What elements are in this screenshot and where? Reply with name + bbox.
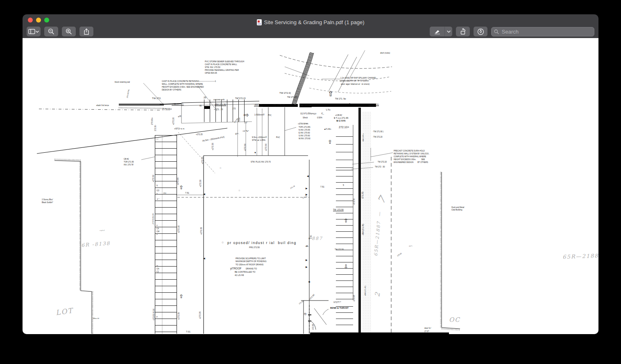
drawing-label: +272.30: [199, 180, 202, 187]
drawing-label: Hock and Metal: [451, 206, 464, 208]
minimize-button[interactable]: [36, 18, 41, 23]
drawing-label: Black Suildin*: [42, 201, 53, 203]
drawing-label: ◀: [308, 280, 310, 283]
rotate-button[interactable]: [456, 27, 470, 36]
drawing-label: ⇧: [179, 294, 184, 299]
close-button[interactable]: [28, 18, 33, 23]
drawing-label: HEIGHT EXCEEDS-0.60m. SEE ENGINEERED: [162, 86, 204, 88]
highlight-pen-button[interactable]: [430, 27, 445, 36]
search-field[interactable]: [491, 27, 594, 36]
drawing-label: PVC STORM SEWER SLEEVED THROUGH: [205, 61, 244, 63]
drawing-label: +272.25: [202, 157, 204, 164]
drawing-label: ⇨: [244, 112, 249, 118]
drawing-label: PV(: [268, 114, 271, 117]
drawing-annotations: ditch (mcks)1.2m WIDE RIP-RAP SPILLWAY C…: [23, 38, 598, 334]
drawing-label: ⇧: [328, 90, 333, 97]
drawing-label: +STM MH#h: [298, 123, 308, 125]
drawing-label: TOP1 271.8IS: [299, 126, 310, 128]
drawing-label: 272.30: [299, 301, 304, 305]
drawing-label: CB #2: [124, 158, 129, 160]
drawing-label: 88inv ifrl: [93, 318, 99, 320]
title-bar[interactable]: Site Servicing & Grading Paln.pdf (1 pag…: [23, 14, 598, 25]
drawing-label: ⇩: [344, 264, 348, 269]
drawing-label: C1: [156, 271, 159, 273]
drawing-label: +272.35: [199, 312, 202, 319]
drawing-label: PRECAST CONCRETE DURA-HOLD: [394, 150, 425, 152]
drawing-label: PROVIDE SCUPPERS TO LIMIT: [236, 258, 266, 260]
drawing-label: 272.04(TW): [127, 89, 130, 98]
drawing-label: 9.5m—200mm®: [252, 136, 267, 139]
highlighter-icon: [434, 29, 441, 35]
drawing-label: block retaining wal: [115, 81, 130, 83]
markup-toolbar-button[interactable]: [474, 27, 487, 36]
zoom-in-icon: [66, 28, 72, 35]
drawing-label: 271.78: [290, 185, 295, 190]
sidebar-icon: [28, 29, 39, 34]
drawing-label: E.INV. 270.60: [299, 132, 310, 134]
search-input[interactable]: [501, 28, 592, 35]
drawing-label: pr oposed/ indust r ial buil ding: [227, 241, 297, 245]
fullscreen-button[interactable]: [44, 18, 49, 23]
drawing-label: +BW (271.: [254, 104, 263, 106]
drawing-label: ◀: [203, 193, 205, 195]
drawing-label: +272.50: [152, 175, 155, 182]
drawing-label: DESIGN BY OTHERS: [162, 89, 181, 91]
drawing-label: CO: [156, 190, 159, 192]
drawing-label: 272.10+: [339, 126, 349, 129]
drawing-label: 1.1°: [244, 122, 247, 124]
pdf-page[interactable]: ditch (mcks)1.2m WIDE RIP-RAP SPILLWAY C…: [23, 38, 598, 334]
zoom-out-icon: [48, 28, 54, 35]
pen-options-chevron-button[interactable]: [445, 27, 452, 36]
drawing-label: +272.25: [353, 295, 355, 302]
drawing-label: ▶: [306, 187, 308, 190]
drawing-label: LOT: [55, 307, 74, 317]
drawing-label: Sifeck: [303, 117, 308, 119]
drawing-label: -TW 271.90 ): [373, 131, 383, 133]
drawing-label: TW 272.50: [335, 249, 344, 251]
rotate-left-icon: [459, 28, 467, 35]
drawing-label: +272.50: [308, 294, 315, 301]
drawing-label: 172: [232, 108, 236, 110]
drawing-label: STM. at 1.05%: [252, 139, 265, 142]
drawing-label: 42 L/S H8: [235, 274, 244, 277]
drawing-label: 1Q.OrTj-250rpmg p: [300, 113, 316, 115]
traffic-lights: [28, 18, 49, 23]
drawing-label: +272.50: [244, 144, 247, 151]
drawing-label: TW 272 .50: [375, 166, 385, 168]
drawing-label: +272.30: [212, 143, 214, 150]
drawing-label: TW 272.: [152, 97, 161, 100]
drawing-label: +BW (271.35): [362, 224, 364, 235]
drawing-label: DRAINS TO: [246, 268, 257, 270]
zoom-out-button[interactable]: [44, 27, 58, 36]
drawing-label: ⇧: [179, 185, 184, 190]
drawing-label: p: [156, 316, 158, 318]
drawing-label: TW 271. 9a-: [335, 98, 347, 100]
drawing-label: +B: [348, 103, 350, 106]
drawing-label: 65R—2188: [562, 253, 598, 260]
drawing-label: ◀: [203, 257, 205, 260]
drawing-label: -TW 272.20: [373, 136, 383, 138]
drawing-label: 270.94: [234, 118, 238, 124]
markup-pen-circle-icon: [477, 28, 484, 35]
drawing-label: /C_: [321, 113, 324, 115]
drawing-label: STM. PLUG INV. 270.70: [251, 161, 271, 163]
drawing-label: MAXIMUM DEPTH OF PONDING: [236, 260, 267, 263]
share-button[interactable]: [79, 27, 93, 36]
sidebar-toggle-button[interactable]: [27, 27, 41, 36]
drawing-label: ⇧: [328, 139, 332, 145]
drawing-label: STM. INV. 270.50: [205, 66, 220, 69]
drawing-label: + 272...70: [214, 109, 223, 111]
drawing-label: 66: [199, 105, 202, 107]
drawing-label: +272.50: [265, 144, 267, 151]
drawing-label: +BW (270.445': [299, 105, 312, 107]
drawing-label: HEIGHT EXCEEDS 0.90m. SEE: [394, 158, 425, 161]
drawing-label: +272.35: [200, 227, 203, 235]
drawing-label: concrete cvrb: [213, 99, 224, 101]
drawing-label: ditch (mcks): [380, 52, 390, 54]
drawing-label: ▼: [254, 151, 256, 154]
drawing-label: (250mm/DEPTH OF 75 TO 150mm: [340, 80, 369, 82]
drawing-label: +: [156, 233, 158, 235]
zoom-in-button[interactable]: [62, 27, 76, 36]
drawing-label: ▶: [306, 266, 308, 268]
drawing-label: 0.50%: [317, 117, 322, 119]
